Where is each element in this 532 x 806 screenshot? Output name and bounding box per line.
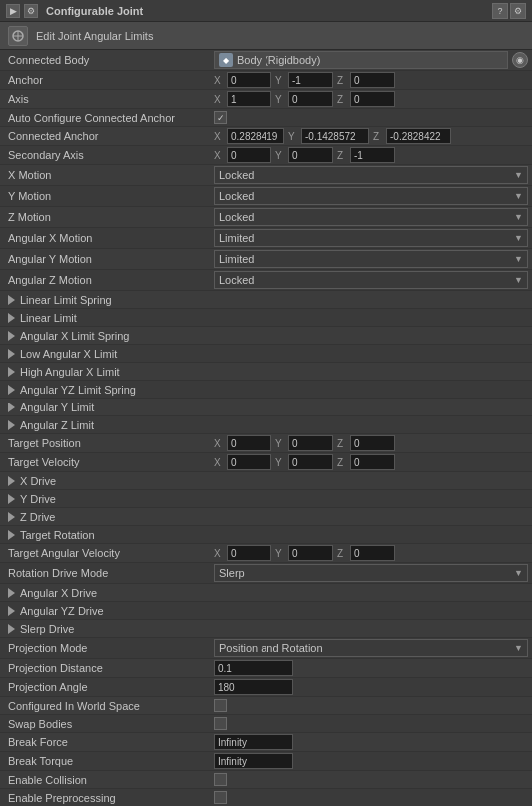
- z-label: Z: [337, 150, 347, 161]
- x-label: X: [214, 75, 224, 86]
- swap-bodies-checkbox[interactable]: [214, 717, 227, 730]
- edit-bar-label: Edit Joint Angular Limits: [36, 30, 153, 42]
- tp-z-input[interactable]: [350, 435, 395, 451]
- y-label: Y: [288, 131, 298, 142]
- axis-y-input[interactable]: [288, 91, 333, 107]
- row-angular-yz-drive[interactable]: Angular YZ Drive: [0, 602, 532, 620]
- connected-body-field[interactable]: ◆ Body (Rigidbody): [214, 51, 508, 69]
- enable-preprocessing-checkbox[interactable]: [214, 791, 227, 804]
- row-break-torque: Break Torque: [0, 752, 532, 771]
- row-angular-z-motion: Angular Z Motion Locked ▼: [0, 270, 532, 291]
- tv-y-input[interactable]: [288, 454, 333, 470]
- tav-x-input[interactable]: [227, 545, 271, 561]
- row-angular-z-limit[interactable]: Angular Z Limit: [0, 416, 532, 434]
- configured-world-space-checkbox[interactable]: [214, 699, 227, 712]
- row-angular-y-limit[interactable]: Angular Y Limit: [0, 399, 532, 416]
- label-linear-limit-spring: Linear Limit Spring: [4, 294, 214, 306]
- axis-x-input[interactable]: [227, 91, 271, 107]
- row-high-angular-x-limit[interactable]: High Angular X Limit: [0, 363, 532, 381]
- label-angular-x-limit-spring: Angular X Limit Spring: [4, 330, 214, 342]
- tp-y-input[interactable]: [288, 435, 333, 451]
- content-projection-distance: [214, 660, 528, 676]
- ca-x-group: X: [214, 128, 284, 144]
- projection-distance-input[interactable]: [214, 660, 293, 676]
- tav-z-input[interactable]: [350, 545, 395, 561]
- content-break-torque: [214, 753, 528, 769]
- label-anchor: Anchor: [4, 74, 214, 86]
- label-auto-configure: Auto Configure Connected Anchor: [4, 112, 214, 124]
- tv-z-input[interactable]: [350, 454, 395, 470]
- ca-z-input[interactable]: [386, 128, 451, 144]
- row-slerp-drive[interactable]: Slerp Drive: [0, 620, 532, 638]
- content-x-motion: Locked ▼: [214, 166, 528, 184]
- content-enable-collision: [214, 773, 528, 786]
- tp-x-input[interactable]: [227, 435, 271, 451]
- row-angular-x-limit-spring[interactable]: Angular X Limit Spring: [0, 327, 532, 345]
- label-axis: Axis: [4, 93, 214, 105]
- label-connected-body: Connected Body: [4, 54, 214, 66]
- x-motion-dropdown[interactable]: Locked ▼: [214, 166, 528, 184]
- label-angular-z-motion: Angular Z Motion: [4, 274, 214, 286]
- tav-x-group: X: [214, 545, 271, 561]
- anchor-x-input[interactable]: [227, 72, 271, 88]
- row-linear-limit-spring[interactable]: Linear Limit Spring: [0, 291, 532, 309]
- ca-z-group: Z: [373, 128, 451, 144]
- ca-y-input[interactable]: [301, 128, 369, 144]
- row-z-drive[interactable]: Z Drive: [0, 508, 532, 526]
- collapse-arrow: [8, 331, 15, 341]
- ca-x-input[interactable]: [227, 128, 284, 144]
- row-projection-distance: Projection Distance: [0, 659, 532, 678]
- tav-y-group: Y: [275, 545, 333, 561]
- collapse-arrow: [8, 420, 15, 430]
- label-angular-yz-limit-spring: Angular YZ Limit Spring: [4, 384, 214, 396]
- row-rotation-drive-mode: Rotation Drive Mode Slerp ▼: [0, 563, 532, 584]
- axis-z-input[interactable]: [350, 91, 395, 107]
- row-x-drive[interactable]: X Drive: [0, 472, 532, 490]
- row-linear-limit[interactable]: Linear Limit: [0, 309, 532, 327]
- projection-mode-dropdown[interactable]: Position and Rotation ▼: [214, 639, 528, 657]
- break-torque-input[interactable]: [214, 753, 293, 769]
- collapse-arrow: [8, 512, 15, 522]
- angular-y-motion-dropdown[interactable]: Limited ▼: [214, 250, 528, 268]
- sa-x-input[interactable]: [227, 147, 271, 163]
- row-target-angular-velocity: Target Angular Velocity X Y Z: [0, 544, 532, 563]
- content-rotation-drive-mode: Slerp ▼: [214, 564, 528, 582]
- anchor-z-input[interactable]: [350, 72, 395, 88]
- rotation-drive-mode-dropdown[interactable]: Slerp ▼: [214, 564, 528, 582]
- content-break-force: [214, 734, 528, 750]
- sa-y-input[interactable]: [288, 147, 333, 163]
- settings-button[interactable]: ⚙: [510, 3, 526, 19]
- row-target-velocity: Target Velocity X Y Z: [0, 453, 532, 472]
- projection-angle-input[interactable]: [214, 679, 293, 695]
- y-label: Y: [275, 94, 285, 105]
- angular-x-motion-dropdown[interactable]: Limited ▼: [214, 229, 528, 247]
- row-target-rotation[interactable]: Target Rotation: [0, 526, 532, 544]
- z-motion-dropdown[interactable]: Locked ▼: [214, 208, 528, 226]
- row-angular-yz-limit-spring[interactable]: Angular YZ Limit Spring: [0, 381, 532, 399]
- collapse-arrow: [8, 476, 15, 486]
- label-y-drive: Y Drive: [4, 493, 214, 505]
- tv-x-input[interactable]: [227, 454, 271, 470]
- auto-configure-checkbox[interactable]: [214, 111, 227, 124]
- connected-body-picker[interactable]: ◉: [512, 52, 528, 68]
- enable-collision-checkbox[interactable]: [214, 773, 227, 786]
- anchor-y-input[interactable]: [288, 72, 333, 88]
- row-angular-x-drive[interactable]: Angular X Drive: [0, 584, 532, 602]
- content-connected-anchor: X Y Z: [214, 128, 528, 144]
- y-motion-dropdown[interactable]: Locked ▼: [214, 187, 528, 205]
- y-label: Y: [275, 438, 285, 449]
- label-linear-limit: Linear Limit: [4, 312, 214, 324]
- label-target-angular-velocity: Target Angular Velocity: [4, 547, 214, 559]
- tav-y-input[interactable]: [288, 545, 333, 561]
- angular-z-motion-dropdown[interactable]: Locked ▼: [214, 271, 528, 289]
- row-y-drive[interactable]: Y Drive: [0, 490, 532, 508]
- expand-icon[interactable]: ▶: [6, 4, 20, 18]
- tv-y-group: Y: [275, 454, 333, 470]
- settings-icon[interactable]: ⚙: [24, 4, 38, 18]
- row-low-angular-x-limit[interactable]: Low Angular X Limit: [0, 345, 532, 363]
- row-swap-bodies: Swap Bodies: [0, 715, 532, 733]
- break-force-input[interactable]: [214, 734, 293, 750]
- help-button[interactable]: ?: [492, 3, 508, 19]
- sa-z-input[interactable]: [350, 147, 395, 163]
- content-angular-y-motion: Limited ▼: [214, 250, 528, 268]
